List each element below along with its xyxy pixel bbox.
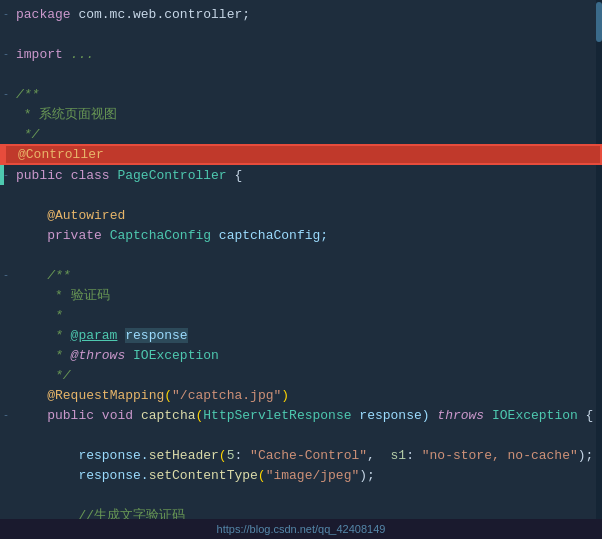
line-content: * @param response	[12, 328, 602, 343]
line-content: */	[12, 368, 602, 383]
code-line: *	[0, 305, 602, 325]
code-line: @Controller	[0, 144, 602, 165]
line-content: @Autowired	[12, 208, 602, 223]
line-content: * 验证码	[12, 286, 602, 304]
code-line	[0, 64, 602, 84]
code-line: private CaptchaConfig captchaConfig;	[0, 225, 602, 245]
code-line: response.setContentType("image/jpeg");	[0, 465, 602, 485]
code-line: @Autowired	[0, 205, 602, 225]
line-content: response.setHeader(5: "Cache-Control", s…	[12, 448, 602, 463]
line-content	[12, 428, 602, 443]
code-line: */	[0, 365, 602, 385]
code-line: - /**	[0, 265, 602, 285]
line-content: */	[12, 127, 602, 142]
line-indicator	[0, 165, 4, 185]
fold-icon[interactable]: -	[0, 89, 12, 100]
code-line: * 验证码	[0, 285, 602, 305]
line-content: import ...	[12, 47, 602, 62]
line-content: private CaptchaConfig captchaConfig;	[12, 228, 602, 243]
code-line	[0, 425, 602, 445]
fold-icon[interactable]: -	[0, 410, 12, 421]
code-line: //生成文字验证码	[0, 505, 602, 519]
line-content: * 系统页面视图	[12, 105, 602, 123]
fold-icon[interactable]: -	[0, 9, 12, 20]
line-content	[12, 27, 602, 42]
line-content: public class PageController {	[12, 168, 602, 183]
line-content	[12, 188, 602, 203]
code-line	[0, 245, 602, 265]
code-line: -package com.mc.web.controller;	[0, 4, 602, 24]
line-content: @RequestMapping("/captcha.jpg")	[12, 388, 602, 403]
code-line: response.setHeader(5: "Cache-Control", s…	[0, 445, 602, 465]
line-indicator	[2, 145, 6, 165]
code-line: */	[0, 124, 602, 144]
footer-url: https://blog.csdn.net/qq_42408149	[217, 523, 386, 535]
line-content: @Controller	[14, 147, 600, 162]
line-content	[12, 67, 602, 82]
code-line	[0, 24, 602, 44]
line-content: public void captcha(HttpServletResponse …	[12, 408, 602, 423]
code-line: -public class PageController {	[0, 165, 602, 185]
code-line: * @param response	[0, 325, 602, 345]
code-line: @RequestMapping("/captcha.jpg")	[0, 385, 602, 405]
line-content: /**	[12, 268, 602, 283]
code-editor: -package com.mc.web.controller; -import …	[0, 0, 602, 519]
line-content: /**	[12, 87, 602, 102]
code-line: -import ...	[0, 44, 602, 64]
code-line: - public void captcha(HttpServletRespons…	[0, 405, 602, 425]
line-content: //生成文字验证码	[12, 506, 602, 519]
line-content: * @throws IOException	[12, 348, 602, 363]
line-content: *	[12, 308, 602, 323]
line-content	[12, 488, 602, 503]
code-line	[0, 185, 602, 205]
line-content	[12, 248, 602, 263]
fold-icon[interactable]: -	[0, 49, 12, 60]
footer-bar: https://blog.csdn.net/qq_42408149	[0, 519, 602, 539]
line-content: response.setContentType("image/jpeg");	[12, 468, 602, 483]
code-line: * @throws IOException	[0, 345, 602, 365]
fold-icon[interactable]: -	[0, 270, 12, 281]
code-line: -/**	[0, 84, 602, 104]
code-line: * 系统页面视图	[0, 104, 602, 124]
code-line	[0, 485, 602, 505]
line-content: package com.mc.web.controller;	[12, 7, 602, 22]
